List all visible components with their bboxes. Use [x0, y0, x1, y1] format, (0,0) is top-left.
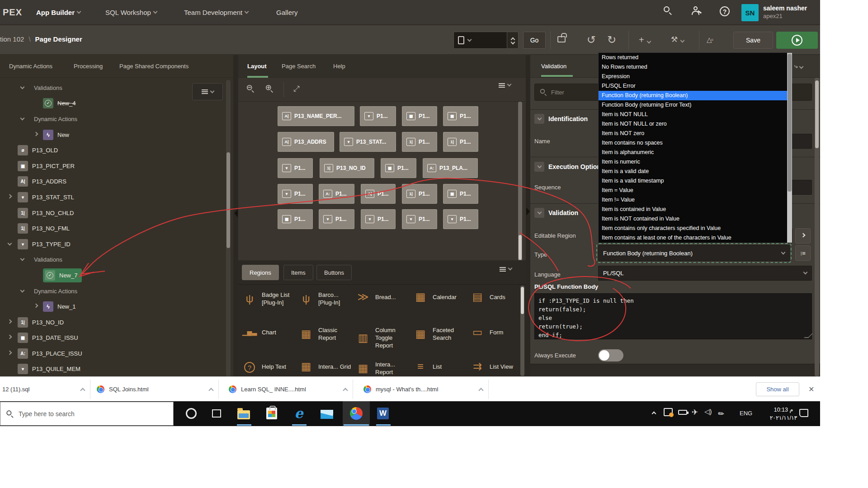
- type-dropdown-list[interactable]: Rows returnedNo Rows returnedExpressionP…: [598, 52, 788, 243]
- resize-handle[interactable]: [804, 333, 813, 338]
- right-panel-scrollbar[interactable]: [815, 78, 819, 376]
- dropdown-option[interactable]: Item is NOT NULL: [599, 110, 787, 119]
- tree-item-p13-old[interactable]: øP13_OLD: [0, 142, 226, 158]
- chevron-right-icon[interactable]: [8, 194, 12, 199]
- taskbar-search[interactable]: Type here to search: [0, 402, 174, 426]
- dropdown-option[interactable]: Item is a valid timestamp: [599, 176, 787, 186]
- dropdown-option[interactable]: Item is numeric: [599, 157, 787, 167]
- download-menu-chevron-icon[interactable]: [478, 388, 483, 393]
- help-icon[interactable]: ?: [720, 6, 731, 18]
- tree-item-p13-stat-stl[interactable]: ▾P13_STAT_STL: [0, 189, 226, 205]
- dropdown-option[interactable]: Item contains no spaces: [599, 138, 787, 148]
- tray-snip-icon[interactable]: [664, 408, 673, 433]
- chevron-down-icon[interactable]: [20, 116, 25, 121]
- right-splitter[interactable]: [526, 55, 530, 376]
- tree-item-validations[interactable]: Validations: [0, 252, 226, 268]
- pen-icon[interactable]: ✎: [716, 408, 737, 432]
- dropdown-option[interactable]: Item is alphanumeric: [599, 148, 787, 157]
- dropdown-option[interactable]: Function Body (returning Error Text): [599, 100, 787, 110]
- right-splitter-collapse-icon[interactable]: [526, 207, 530, 216]
- page-item-p1-[interactable]: A|P1...: [361, 184, 396, 204]
- file-explorer-icon[interactable]: [236, 406, 251, 421]
- gallery-item-column-toggle-report[interactable]: ▥Column Toggle Report: [355, 326, 409, 349]
- tree-item-p13-type-id[interactable]: ▾P13_TYPE_ID: [0, 236, 226, 252]
- type-quickpick-button[interactable]: ⁝≡: [795, 245, 811, 261]
- tree-item-new-4[interactable]: ✓New_4: [0, 96, 226, 112]
- go-button[interactable]: Go: [523, 32, 546, 49]
- dropdown-option[interactable]: Item contains only characters specified …: [599, 224, 787, 233]
- tab-processing[interactable]: Processing: [74, 63, 103, 70]
- tree-item-validations[interactable]: Validations: [0, 80, 226, 96]
- expand-icon[interactable]: ⤢: [293, 84, 300, 94]
- plsql-code-editor[interactable]: if :P13_TYPE_ID is null then return(fals…: [534, 293, 812, 339]
- tab-dynamic-actions[interactable]: Dynamic Actions: [9, 63, 52, 70]
- download-item-3[interactable]: Learn SQL_ INNE....html: [229, 377, 353, 402]
- dropdown-scrollbar-thumb[interactable]: [788, 54, 792, 192]
- goto-icon[interactable]: ⤷: [794, 62, 803, 70]
- page-item-p1-[interactable]: ▾P1...: [361, 209, 396, 229]
- chevron-right-icon[interactable]: [8, 335, 12, 339]
- edge-icon[interactable]: e: [291, 406, 307, 421]
- zoom-out-icon[interactable]: [246, 84, 255, 93]
- download-menu-chevron-icon[interactable]: [343, 388, 348, 393]
- page-item-p13-addrs[interactable]: A|P13_ADDRS: [278, 132, 334, 152]
- dropdown-option[interactable]: Expression: [599, 72, 787, 81]
- chevron-right-icon[interactable]: [8, 350, 12, 355]
- tree-item-p13-no-id[interactable]: 1|P13_NO_ID: [0, 314, 226, 330]
- right-panel-scrollbar-thumb[interactable]: [815, 80, 819, 148]
- dropdown-option[interactable]: Item is NOT contained in Value: [599, 214, 787, 224]
- chevron-right-icon[interactable]: [34, 304, 38, 308]
- page-item-p13-name-per-[interactable]: A|P13_NAME_PER...: [278, 106, 354, 126]
- tree-item-new-1[interactable]: ϟNew_1: [0, 299, 226, 314]
- close-icon[interactable]: ✕: [808, 385, 814, 394]
- gallery-item-list-view[interactable]: ⇉List View: [470, 361, 523, 372]
- download-menu-chevron-icon[interactable]: [208, 388, 213, 393]
- gallery-item-classic-report[interactable]: ▦Classic Report: [298, 326, 352, 342]
- create-plus-icon[interactable]: +: [639, 34, 651, 45]
- gallery-item-bread-[interactable]: ≫Bread...: [355, 291, 409, 303]
- page-item-p1-[interactable]: ▦P1...: [402, 106, 437, 126]
- dropdown-option[interactable]: Item is a valid date: [599, 167, 787, 176]
- undo-icon[interactable]: ↺: [587, 34, 596, 45]
- dropdown-option[interactable]: No Rows returned: [599, 62, 787, 72]
- page-item-p1-[interactable]: ▾P1...: [360, 106, 396, 126]
- tree-item-new-7[interactable]: ✓New_7: [0, 267, 226, 283]
- dropdown-option[interactable]: Item is NOT NULL or zero: [599, 119, 787, 129]
- utilities-wrench-icon[interactable]: ⚒: [671, 34, 684, 45]
- task-view-icon[interactable]: [209, 406, 224, 421]
- chrome-icon[interactable]: [349, 406, 364, 421]
- gallery-item-badge-list-plug-in-[interactable]: ψBadge List [Plug-In]: [242, 291, 295, 306]
- tree-item-dynamic-actions[interactable]: Dynamic Actions: [0, 283, 226, 299]
- tab-validation[interactable]: Validation: [541, 63, 566, 70]
- zoom-in-icon[interactable]: [265, 84, 274, 93]
- tree-item-p13-no-fml[interactable]: 1|P13_NO_FML: [0, 221, 226, 236]
- avatar[interactable]: SN: [741, 4, 759, 21]
- menu-gallery[interactable]: Gallery: [276, 0, 298, 25]
- show-all-button[interactable]: Show all: [756, 382, 799, 396]
- search-icon[interactable]: [664, 6, 675, 18]
- download-item-4[interactable]: mysql - What's th....html: [363, 377, 488, 402]
- dropdown-option[interactable]: Rows returned: [599, 53, 787, 62]
- chevron-down-icon[interactable]: [20, 288, 25, 292]
- tree-scrollbar-thumb[interactable]: [226, 152, 230, 248]
- download-menu-chevron-icon[interactable]: [80, 388, 85, 393]
- gallery-tab-items[interactable]: Items: [283, 265, 313, 280]
- language-indicator[interactable]: ENG: [740, 410, 752, 435]
- tree-item-p13-place-issu[interactable]: A:P13_PLACE_ISSU: [0, 346, 226, 361]
- dropdown-option[interactable]: Item = Value: [599, 186, 787, 195]
- dropdown-option[interactable]: PL/SQL Error: [599, 81, 787, 91]
- gallery-item-chart[interactable]: ▁▅▃Chart: [242, 326, 295, 338]
- taskbar-clock[interactable]: 10:13 م ٢٠٢١/١١/١٣: [769, 406, 798, 422]
- lock-icon[interactable]: [557, 33, 566, 42]
- run-button[interactable]: [776, 32, 818, 49]
- dropdown-option[interactable]: Item is contained in Value: [599, 205, 787, 214]
- tree-item-p13-pict-per[interactable]: ▣P13_PICT_PER: [0, 158, 226, 174]
- airplane-mode-icon[interactable]: ✈: [692, 408, 698, 432]
- page-item-p1-[interactable]: ▾P1...: [402, 209, 437, 229]
- dropdown-option[interactable]: Item contains at least one of the charac…: [599, 233, 787, 243]
- gallery-tab-regions[interactable]: Regions: [242, 265, 279, 280]
- gallery-item-cards[interactable]: ▤Cards: [470, 291, 523, 303]
- page-item-p1-[interactable]: A:P1...: [319, 184, 354, 204]
- chevron-right-icon[interactable]: [8, 319, 12, 324]
- page-item-p13-pla-[interactable]: A:P13_PLA...: [423, 158, 478, 178]
